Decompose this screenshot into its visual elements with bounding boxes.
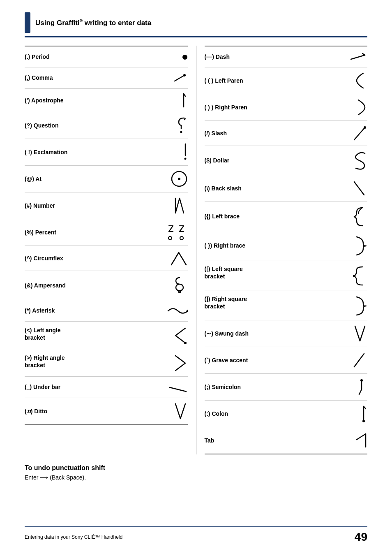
table-row: ( ( ) Left Paren xyxy=(205,67,368,94)
table-row: (]) Right squarebracket xyxy=(205,290,368,320)
undo-title: To undo punctuation shift xyxy=(25,464,367,472)
svg-point-4 xyxy=(180,131,182,133)
table-row: (%) Percent xyxy=(25,219,188,246)
table-row: (,) Comma xyxy=(25,67,188,88)
undo-body: Enter ⟶ (Back Space). xyxy=(25,474,367,481)
table-row: ( ) ) Right Paren xyxy=(205,94,368,120)
table-row: ( !) Exclamation xyxy=(25,139,188,165)
table-row: (\) Back slash xyxy=(205,175,368,202)
page-footer: Entering data in your Sony CLIÉ™ Handhel… xyxy=(25,526,367,544)
svg-point-12 xyxy=(184,342,187,344)
page-header: Using Graffiti® writing to enter data xyxy=(25,12,367,37)
page-title: Using Graffiti® writing to enter data xyxy=(35,19,151,27)
svg-point-15 xyxy=(360,379,363,382)
svg-point-6 xyxy=(184,158,186,160)
table-row: (;) Semicolon xyxy=(205,373,368,400)
table-row: Tab xyxy=(205,427,368,454)
undo-section: To undo punctuation shift Enter ⟶ (Back … xyxy=(25,464,367,481)
svg-point-1 xyxy=(183,74,186,76)
page-number: 49 xyxy=(355,531,367,544)
svg-point-10 xyxy=(180,236,183,240)
table-row: (—) Dash xyxy=(205,46,368,67)
footer-text: Entering data in your Sony CLIÉ™ Handhel… xyxy=(25,534,122,540)
table-row: (*) Asterisk xyxy=(25,300,188,321)
table-row: (<) Left anglebracket xyxy=(25,321,188,349)
table-row: ( }) Right brace xyxy=(205,231,368,260)
table-row: (') Apostrophe xyxy=(25,88,188,112)
table-row: (:) Colon xyxy=(205,400,368,427)
table-row: (.) Period xyxy=(25,46,188,67)
svg-point-18 xyxy=(362,420,365,422)
table-row: (#) Number xyxy=(25,192,188,219)
table-row: ([) Left squarebracket xyxy=(205,260,368,290)
svg-point-14 xyxy=(353,275,355,277)
right-column: (—) Dash ( ( ) Left Paren ( ) ) Rig xyxy=(196,46,368,454)
table-row: (^) Circumflex xyxy=(25,246,188,271)
header-accent-bar xyxy=(25,12,30,33)
table-row: (>) Right anglebracket xyxy=(25,349,188,376)
table-row: (_) Under bar xyxy=(25,376,188,398)
table-row: (?) Question xyxy=(25,112,188,139)
symbol-table: (.) Period (,) Comma (') Apostrophe xyxy=(25,46,367,454)
table-row: (`) Grave accent xyxy=(205,347,368,373)
table-row: (@) At xyxy=(25,165,188,192)
table-row: (/) Slash xyxy=(205,120,368,146)
table-row: ($) Dollar xyxy=(205,146,368,175)
svg-point-9 xyxy=(168,236,172,240)
table-row: (∼) Swung dash xyxy=(205,320,368,347)
svg-point-8 xyxy=(178,178,180,180)
left-column: (.) Period (,) Comma (') Apostrophe xyxy=(25,46,196,454)
table-row: ({) Left brace xyxy=(205,202,368,231)
svg-point-13 xyxy=(364,126,366,129)
page-container: Using Graffiti® writing to enter data (.… xyxy=(0,0,392,556)
table-row: (&) Ampersand xyxy=(25,271,188,300)
table-row: (ɪɪ) Ditto xyxy=(25,398,188,425)
svg-point-0 xyxy=(182,55,187,60)
